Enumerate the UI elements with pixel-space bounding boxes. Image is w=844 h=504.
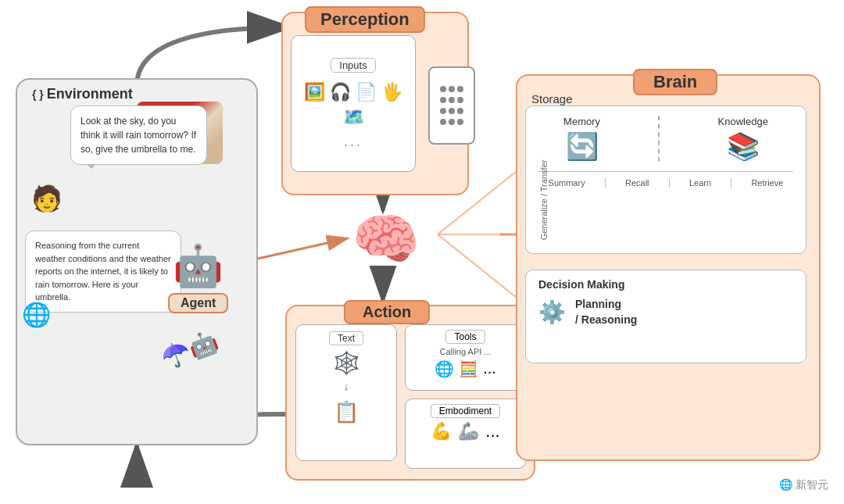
encoder-row-3 [440, 108, 463, 114]
recall-item: Recall [625, 178, 649, 188]
doc-icon: 📄 [356, 82, 377, 102]
arm-icon: 💪 [431, 421, 452, 441]
action-divider [605, 178, 606, 188]
enc-dot [457, 86, 463, 92]
encoder-row-2 [440, 97, 463, 103]
enc-dot [449, 119, 455, 125]
brain-label: Brain [633, 69, 717, 95]
inputs-icons: 🖼️ 🎧 📄 🖐️ 🗺️ [299, 82, 407, 127]
touch-icon: 🖐️ [381, 82, 402, 102]
enc-dot [449, 86, 455, 92]
globe-tools-icon: 🌐 [435, 359, 454, 378]
tools-label: Tools [445, 330, 485, 344]
embodiment-box: Embodiment 💪 🦾 ... [405, 399, 526, 469]
embodiment-icons: 💪 🦾 ... [431, 421, 499, 441]
tools-icons: 🌐 🧮 ... [435, 359, 496, 378]
enc-dot [457, 108, 463, 114]
text-doc-icon: 📋 [334, 400, 359, 424]
knowledge-icon: 📚 [727, 130, 760, 162]
text-box: Text 🕸️ ↓ 📋 [295, 324, 397, 461]
action-label: Action [344, 300, 430, 324]
enc-dot [457, 119, 463, 125]
enc-dot [449, 108, 455, 114]
embodiment-label: Embodiment [431, 404, 500, 418]
encoder-box [428, 66, 475, 145]
learn-item: Learn [689, 178, 711, 188]
enc-dot [457, 97, 463, 103]
tools-box: Tools Calling API ... 🌐 🧮 ... [405, 324, 526, 391]
storage-box: Memory 🔄 Knowledge 📚 Summary Recall Lear… [525, 105, 806, 254]
inputs-box: Inputs 🖼️ 🎧 📄 🖐️ 🗺️ ... [291, 35, 416, 172]
enc-dot [449, 97, 455, 103]
memory-label: Memory [563, 116, 600, 127]
arrow-down-text: ↓ [344, 381, 349, 392]
knowledge-col: Knowledge 📚 [718, 116, 768, 162]
neural-network-icon: 🕸️ [333, 350, 360, 376]
memory-knowledge-row: Memory 🔄 Knowledge 📚 [538, 116, 793, 162]
main-diagram: Environment Look at the sky, do you thin… [0, 0, 844, 504]
inputs-label: Inputs [331, 58, 375, 73]
summary-item: Summary [549, 178, 585, 188]
image-icon: 🖼️ [304, 82, 325, 102]
enc-dot [440, 97, 446, 103]
perception-label: Perception [305, 6, 425, 33]
knowledge-label: Knowledge [718, 116, 768, 127]
enc-dot [440, 119, 446, 125]
encoder-row-4 [440, 119, 463, 125]
globe-icon: 🌐 [22, 301, 51, 328]
environment-label: Environment [27, 84, 138, 104]
decision-content: ⚙️ Planning/ Reasoning [538, 297, 793, 327]
decision-icon: ⚙️ [538, 299, 566, 325]
watermark: 🌐 新智元 [779, 478, 828, 492]
generalize-label: Generalize / Transfer [539, 160, 549, 241]
perception-dots: ... [344, 134, 363, 150]
memory-col: Memory 🔄 [563, 116, 600, 162]
speech-bubble-user: Look at the sky, do you think it will ra… [70, 105, 207, 165]
audio-icon: 🎧 [330, 82, 351, 102]
text-label: Text [329, 331, 363, 345]
human-icon: 🧑 [31, 184, 63, 213]
storage-label: Storage [531, 92, 573, 105]
memory-icon: 🔄 [566, 130, 599, 162]
storage-action-row: Summary Recall Learn Retrieve [538, 171, 793, 188]
speech-bubble-response: Reasoning from the current weather condi… [25, 231, 181, 313]
agent-container: 🤖 Agent [168, 242, 228, 313]
enc-dot [440, 86, 446, 92]
svg-line-9 [438, 234, 516, 297]
decision-title: Decision Making [538, 278, 793, 291]
planning-label: Planning/ Reasoning [575, 297, 637, 327]
enc-dot [440, 108, 446, 114]
retrieve-item: Retrieve [751, 178, 783, 188]
decision-box: Decision Making ⚙️ Planning/ Reasoning [525, 270, 806, 363]
tools-dots: ... [483, 359, 496, 378]
map-icon: 🗺️ [343, 107, 364, 127]
encoder-row-1 [440, 86, 463, 92]
dashed-divider [658, 116, 660, 162]
calc-icon: 🧮 [459, 359, 478, 378]
robot-icon: 🤖 [168, 242, 228, 290]
agent-label: Agent [168, 293, 228, 313]
robot-arm-icon: 🦾 [458, 421, 479, 441]
brain-center-icon: 🧠 [352, 207, 420, 271]
action-divider [731, 178, 731, 188]
action-divider [669, 178, 670, 188]
embodiment-dots: ... [485, 421, 499, 441]
tools-calling: Calling API ... [439, 347, 491, 356]
